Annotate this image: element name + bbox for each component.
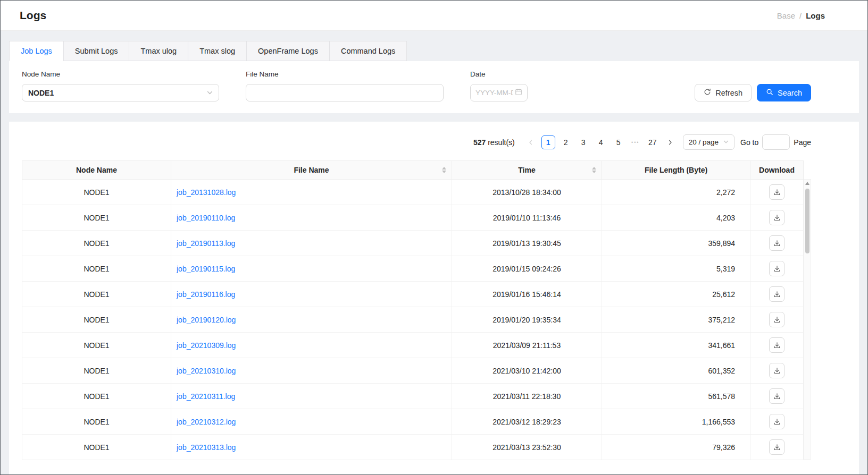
file-name-cell: job_20190116.log: [171, 282, 452, 307]
page-ellipsis[interactable]: •••: [629, 140, 642, 145]
node-name-cell: NODE1: [22, 231, 171, 256]
date-input[interactable]: [475, 89, 513, 97]
sort-icon[interactable]: [442, 167, 446, 173]
time-cell: 2021/03/09 21:11:53: [452, 333, 602, 358]
log-file-link[interactable]: job_20210309.log: [177, 341, 236, 350]
tab-command-logs[interactable]: Command Logs: [329, 41, 407, 61]
table-row: NODE1job_20190110.log2019/01/10 11:13:46…: [22, 205, 804, 231]
log-file-link[interactable]: job_20190115.log: [177, 265, 235, 273]
goto-page-input[interactable]: [762, 134, 790, 150]
file-length-cell: 79,326: [602, 435, 750, 460]
col-time[interactable]: Time: [452, 161, 602, 180]
file-name-cell: job_20190115.log: [171, 256, 452, 282]
download-icon: [773, 393, 781, 400]
node-name-cell: NODE1: [22, 333, 171, 358]
download-button[interactable]: [769, 363, 784, 378]
log-file-link[interactable]: job_20190116.log: [177, 290, 235, 299]
tab-tmax-ulog[interactable]: Tmax ulog: [129, 41, 188, 61]
file-length-cell: 375,212: [602, 307, 750, 333]
page-content: Job Logs Submit Logs Tmax ulog Tmax slog…: [1, 31, 867, 474]
table-row: NODE1job_20190115.log2019/01/15 09:24:26…: [22, 256, 804, 282]
log-file-link[interactable]: job_20190113.log: [177, 239, 235, 248]
download-cell: [750, 180, 804, 205]
file-length-cell: 601,352: [602, 358, 750, 384]
table-row: NODE1job_20210310.log2021/03/10 21:42:00…: [22, 358, 804, 384]
table-row: NODE1job_20190116.log2019/01/16 15:46:14…: [22, 282, 804, 307]
prev-page-button[interactable]: [524, 135, 538, 149]
time-cell: 2021/03/13 23:52:30: [452, 435, 602, 460]
log-file-link[interactable]: job_20210312.log: [177, 418, 236, 426]
node-name-cell: NODE1: [22, 435, 171, 460]
table-row: NODE1job_20210313.log2021/03/13 23:52:30…: [22, 435, 804, 460]
time-cell: 2019/01/16 15:46:14: [452, 282, 602, 307]
scroll-up-icon[interactable]: [805, 182, 809, 185]
breadcrumb: Base / Logs: [777, 11, 825, 20]
page-header: Logs Base / Logs: [1, 1, 867, 31]
tab-openframe-logs[interactable]: OpenFrame Logs: [246, 41, 330, 61]
time-cell: 2021/03/12 18:29:23: [452, 409, 602, 435]
col-file-name[interactable]: File Name: [171, 161, 452, 180]
download-icon: [773, 240, 781, 247]
search-label: Search: [778, 89, 802, 97]
page-button-4[interactable]: 4: [594, 135, 608, 149]
refresh-button[interactable]: Refresh: [695, 84, 752, 101]
node-name-cell: NODE1: [22, 205, 171, 231]
page-label: Page: [794, 138, 811, 147]
file-name-input[interactable]: [246, 84, 444, 101]
download-icon: [773, 444, 781, 451]
node-name-cell: NODE1: [22, 409, 171, 435]
breadcrumb-separator: /: [799, 11, 802, 20]
refresh-icon: [704, 88, 711, 97]
download-button[interactable]: [769, 388, 784, 404]
download-button[interactable]: [769, 235, 784, 251]
download-button[interactable]: [769, 261, 784, 276]
download-button[interactable]: [769, 210, 784, 225]
date-label: Date: [470, 70, 528, 78]
download-button[interactable]: [769, 312, 784, 327]
download-button[interactable]: [769, 439, 784, 455]
page-button-last[interactable]: 27: [646, 135, 660, 149]
breadcrumb-current: Logs: [806, 11, 825, 20]
app-window: Logs Base / Logs Job Logs Submit Logs Tm…: [0, 0, 868, 475]
table-row: NODE1job_20210309.log2021/03/09 21:11:53…: [22, 333, 804, 358]
time-cell: 2019/01/10 11:13:46: [452, 205, 602, 231]
log-file-link[interactable]: job_20190110.log: [177, 214, 235, 222]
download-icon: [773, 367, 781, 375]
page-size-select[interactable]: 20 / page: [683, 134, 735, 150]
download-cell: [750, 282, 804, 307]
tab-submit-logs[interactable]: Submit Logs: [63, 41, 130, 61]
download-cell: [750, 205, 804, 231]
page-button-1[interactable]: 1: [541, 135, 555, 149]
sort-icon[interactable]: [592, 167, 596, 173]
breadcrumb-base[interactable]: Base: [777, 11, 795, 20]
time-cell: 2019/01/15 09:24:26: [452, 256, 602, 282]
log-file-link[interactable]: job_20190120.log: [177, 316, 236, 324]
log-file-link[interactable]: job_20210310.log: [177, 367, 236, 375]
download-button[interactable]: [769, 184, 784, 200]
log-file-link[interactable]: job_20210313.log: [177, 443, 236, 452]
download-button[interactable]: [769, 337, 784, 353]
tab-job-logs[interactable]: Job Logs: [9, 41, 64, 61]
download-button[interactable]: [769, 414, 784, 429]
download-cell: [750, 358, 804, 384]
pagination-bar: 527 result(s) 1 2 3 4 5 ••• 27 20 / page: [22, 134, 811, 150]
download-cell: [750, 384, 804, 409]
log-file-link[interactable]: job_20210311.log: [177, 392, 235, 401]
scrollbar-thumb[interactable]: [805, 189, 809, 253]
time-cell: 2019/01/13 19:30:45: [452, 231, 602, 256]
page-button-2[interactable]: 2: [559, 135, 573, 149]
next-page-button[interactable]: [663, 135, 677, 149]
node-name-select[interactable]: NODE1: [22, 84, 219, 101]
download-button[interactable]: [769, 286, 784, 302]
tab-tmax-slog[interactable]: Tmax slog: [188, 41, 247, 61]
table-scrollbar[interactable]: [804, 179, 811, 460]
download-icon: [773, 418, 781, 426]
date-picker[interactable]: [470, 84, 528, 101]
page-button-3[interactable]: 3: [577, 135, 590, 149]
search-button[interactable]: Search: [757, 84, 811, 101]
download-cell: [750, 307, 804, 333]
page-button-5[interactable]: 5: [612, 135, 625, 149]
search-icon: [766, 88, 773, 97]
node-name-cell: NODE1: [22, 358, 171, 384]
log-file-link[interactable]: job_20131028.log: [177, 188, 236, 197]
